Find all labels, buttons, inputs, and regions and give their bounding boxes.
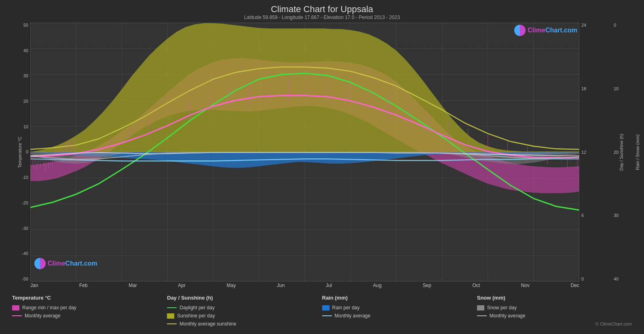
daylight-line [167,307,177,308]
snow-avg-line [477,315,487,316]
sunshine-swatch [167,313,174,319]
legend-title-snow: Snow (mm) [477,295,632,301]
month-jul: Jul [326,283,332,288]
legend-item-sunshine-swatch: Sunshine per day [167,313,322,319]
snow-avg-label: Monthly average [490,313,526,319]
legend-item-snow-avg: Monthly average [477,313,632,319]
temp-avg-label: Monthly average [25,313,61,319]
sunshine-swatch-label: Sunshine per day [177,313,215,319]
y-axis-left: Temperature °C 50 40 30 20 10 0 -10 -20 … [8,23,30,281]
legend: Temperature °C Range min / max per day M… [8,291,636,330]
legend-item-snow-swatch: Snow per day [477,305,632,311]
month-mar: Mar [129,283,137,288]
daylight-label: Daylight per day [179,305,215,311]
legend-col-temperature: Temperature °C Range min / max per day M… [12,295,167,327]
rain-avg-label: Monthly average [335,313,371,319]
legend-title-rain: Rain (mm) [322,295,477,301]
legend-item-sunshine-avg: Monthly average sunshine [167,321,322,327]
watermark-text: © ClimeChart.com [595,321,632,326]
month-may: May [227,283,236,288]
snow-swatch [477,305,484,311]
x-axis: Jan Feb Mar Apr May Jun Jul Aug Sep Oct … [30,281,579,288]
rain-swatch [322,305,329,311]
temp-range-swatch [12,305,19,311]
logo-top-right: ClimeChart.com [514,25,577,36]
y-axis-right2-label: Rain / Snow (mm) [635,134,640,170]
chart-canvas: ClimeChart.com ClimeChart.com [30,23,579,281]
logo-bottom-left: ClimeChart.com [34,258,97,269]
rain-swatch-label: Rain per day [332,305,360,311]
month-jan: Jan [30,283,38,288]
month-jun: Jun [277,283,285,288]
chart-subtitle: Latitude 59.859 - Longitude 17.667 - Ele… [8,15,636,20]
chart-area: Temperature °C 50 40 30 20 10 0 -10 -20 … [8,23,636,281]
month-aug: Aug [373,283,382,288]
y-axis-right2: 0 10 20 30 40 Rain / Snow (mm) [612,23,636,281]
legend-item-temp-avg: Monthly average [12,313,167,319]
logo-text-bottom: ClimeChart.com [48,260,97,267]
sunshine-avg-label: Monthly average sunshine [179,321,236,327]
climate-svg [30,23,579,281]
rain-avg-line [322,315,332,316]
month-nov: Nov [521,283,530,288]
legend-item-rain-avg: Monthly average [322,313,477,319]
legend-col-rain: Rain (mm) Rain per day Monthly average [322,295,477,327]
y-axis-right1: 24 18 12 6 0 Day / Sunshine (h) [579,23,612,281]
legend-col-snow: Snow (mm) Snow per day Monthly average ©… [477,295,632,327]
month-dec: Dec [571,283,579,288]
y-axis-left-label: Temperature °C [17,136,22,168]
watermark: © ClimeChart.com [477,321,632,327]
month-apr: Apr [178,283,186,288]
temp-avg-line [12,315,22,316]
chart-header: Climate Chart for Uppsala Latitude 59.85… [8,4,636,20]
legend-item-rain-swatch: Rain per day [322,305,477,311]
legend-col-sunshine: Day / Sunshine (h) Daylight per day Suns… [167,295,322,327]
snow-swatch-label: Snow per day [487,305,517,311]
sunshine-avg-line [167,323,177,324]
legend-item-daylight: Daylight per day [167,305,322,311]
legend-item-temp-range: Range min / max per day [12,305,167,311]
month-feb: Feb [79,283,88,288]
month-oct: Oct [472,283,480,288]
y-axis-right1-ticks: 24 18 12 6 0 [579,23,612,281]
logo-text-top: ClimeChart.com [528,27,577,34]
logo-circle-icon [514,25,526,36]
legend-title-temperature: Temperature °C [12,295,167,301]
logo-circle-icon-bl [34,258,46,269]
y-axis-right2-ticks: 0 10 20 30 40 [612,23,636,281]
legend-title-sunshine: Day / Sunshine (h) [167,295,322,301]
chart-title: Climate Chart for Uppsala [8,4,636,15]
temp-range-label: Range min / max per day [22,305,76,311]
month-sep: Sep [423,283,431,288]
